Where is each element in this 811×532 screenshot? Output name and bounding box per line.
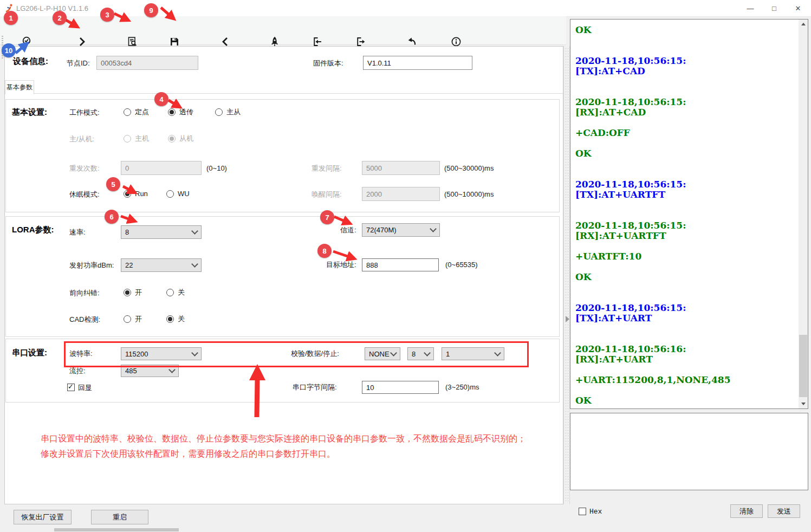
- warning-text-line2: 修改并设置后下次使用该软件配置时，需要用修改之后的串口参数打开串口。: [41, 449, 335, 460]
- wake-interval-range: (500~10000)ms: [444, 190, 494, 199]
- cad-radio-on[interactable]: 开: [124, 315, 142, 323]
- tab-strip: [5, 93, 563, 94]
- chevron-down-icon: [191, 228, 198, 235]
- basic-settings-title: 基本设置:: [12, 108, 47, 116]
- work-mode-radio-master-slave[interactable]: 主从: [215, 108, 241, 116]
- byte-interval-range: (3~250)ms: [445, 383, 479, 392]
- step-badge-3: 3: [100, 8, 114, 22]
- radio-label: 关: [178, 315, 185, 323]
- radio-label: WU: [178, 190, 190, 198]
- log-entry: +CAD:OFF: [575, 128, 795, 138]
- select-value: 485: [125, 367, 170, 375]
- scrollbar-thumb[interactable]: [799, 335, 807, 397]
- restart-button[interactable]: 重启: [91, 510, 148, 524]
- slave-radio: 从机: [168, 134, 193, 143]
- minimize-button[interactable]: —: [742, 2, 758, 14]
- select-value: 8: [125, 228, 192, 236]
- step-badge-4: 4: [154, 92, 168, 106]
- clear-button[interactable]: 清除: [730, 504, 763, 518]
- chevron-down-icon: [430, 225, 437, 232]
- rate-select[interactable]: 8: [121, 225, 202, 239]
- byte-interval-field[interactable]: 10: [362, 381, 439, 394]
- step-badge-2: 2: [53, 11, 67, 25]
- panel-splitter[interactable]: [563, 46, 570, 504]
- chevron-down-icon: [168, 366, 176, 373]
- log-scrollbar[interactable]: [799, 20, 808, 408]
- log-entry: +UARTFT:10: [575, 251, 795, 262]
- lora-params-title: LORA参数:: [12, 225, 54, 234]
- scroll-up-icon[interactable]: [799, 20, 808, 29]
- radio-label: 开: [135, 288, 142, 297]
- radio-icon: [124, 190, 131, 198]
- flow-label: 流控:: [69, 367, 86, 375]
- cad-radio-off[interactable]: 关: [166, 315, 185, 323]
- node-id-label: 节点ID:: [67, 59, 90, 68]
- splitter-collapse-icon[interactable]: [566, 316, 569, 322]
- scroll-down-icon[interactable]: [799, 399, 808, 408]
- send-input[interactable]: [570, 413, 808, 490]
- chevron-down-icon: [191, 261, 198, 268]
- firmware-field[interactable]: V1.0.11: [363, 56, 472, 70]
- maximize-button[interactable]: □: [766, 2, 782, 14]
- tx-power-label: 发射功率dBm:: [69, 261, 114, 270]
- radio-icon: [166, 190, 174, 198]
- target-addr-range: (0~65535): [445, 261, 478, 269]
- byte-interval-label: 串口字节间隔:: [293, 383, 337, 392]
- echo-label: 回显: [78, 384, 92, 392]
- radio-label: 定点: [135, 108, 149, 116]
- select-value: 72(470M): [366, 226, 431, 234]
- send-button[interactable]: 发送: [768, 504, 800, 518]
- sleep-mode-label: 休眠模式:: [69, 190, 100, 199]
- tab-basic-params[interactable]: 基本参数: [5, 80, 34, 94]
- wake-interval-label: 唤醒间隔:: [312, 190, 342, 199]
- restore-factory-button[interactable]: 恢复出厂设置: [14, 510, 72, 524]
- echo-checkbox[interactable]: [67, 384, 75, 391]
- radio-icon: [124, 289, 131, 296]
- resend-interval-field: 5000: [362, 161, 440, 175]
- wake-interval-field: 2000: [362, 187, 440, 201]
- hex-label: Hex: [589, 508, 602, 516]
- radio-label: Run: [135, 190, 148, 198]
- radio-icon: [166, 315, 174, 323]
- log-entry: OK: [575, 272, 795, 282]
- radio-label: 主机: [135, 134, 149, 143]
- cad-label: CAD检测:: [69, 315, 100, 324]
- radio-icon: [168, 135, 176, 142]
- radio-icon: [215, 108, 223, 116]
- resend-count-range: (0~10): [206, 164, 227, 173]
- sleep-mode-radio-run[interactable]: Run: [124, 190, 148, 198]
- resend-count-field: 0: [121, 161, 202, 175]
- radio-label: 开: [135, 315, 142, 323]
- rate-label: 速率:: [69, 228, 86, 237]
- hex-checkbox[interactable]: [579, 508, 586, 515]
- channel-select[interactable]: 72(470M): [362, 223, 440, 237]
- title-bar: LG206-L-P-H10 V1.1.6 — □ ✕: [0, 0, 811, 17]
- tx-power-select[interactable]: 22: [121, 258, 202, 272]
- warning-text-line1: 串口设置中的波特率、校验位、数据位、停止位参数要与您实际连接的串口设备的串口参数…: [41, 433, 526, 445]
- log-entry: 2020-11-18,10:56:15:[TX]:AT+UARTFT: [575, 179, 795, 200]
- step-badge-1: 1: [4, 11, 18, 25]
- target-addr-label: 目标地址:: [326, 261, 356, 269]
- target-addr-field[interactable]: 888: [362, 258, 439, 271]
- radio-icon: [124, 108, 131, 116]
- window-title: LG206-L-P-H10 V1.1.6: [16, 4, 88, 12]
- close-button[interactable]: ✕: [790, 2, 806, 14]
- fec-radio-on[interactable]: 开: [124, 288, 142, 297]
- resend-count-label: 重发次数:: [69, 164, 100, 173]
- resend-interval-label: 重发间隔:: [312, 164, 342, 173]
- log-output[interactable]: OK2020-11-18,10:56:15:[TX]:AT+CAD2020-11…: [570, 19, 808, 409]
- master-radio: 主机: [124, 134, 149, 143]
- radio-label: 透传: [179, 108, 193, 116]
- master-slave-label: 主/从机:: [69, 135, 94, 144]
- fec-radio-off[interactable]: 关: [166, 288, 185, 297]
- radio-label: 主从: [226, 108, 241, 116]
- work-mode-radio-transparent[interactable]: 透传: [168, 108, 193, 116]
- node-id-field[interactable]: 00053cd4: [96, 56, 198, 70]
- step-badge-8: 8: [317, 244, 332, 258]
- work-mode-radio-fixed[interactable]: 定点: [124, 108, 149, 116]
- h-scrollbar-thumb[interactable]: [54, 528, 179, 531]
- select-value: 22: [125, 261, 192, 269]
- radio-icon: [124, 315, 131, 323]
- radio-label: 从机: [179, 134, 193, 143]
- sleep-mode-radio-wu[interactable]: WU: [166, 190, 190, 198]
